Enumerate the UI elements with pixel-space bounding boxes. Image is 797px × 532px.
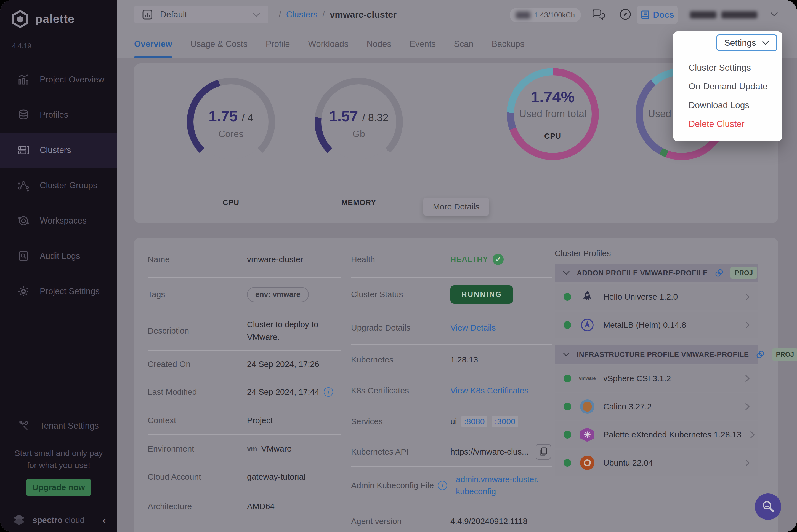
detail-row-kubernetes-api: Kubernetes API https://vmware-clus... (351, 437, 553, 467)
pxk-icon: ✳ (580, 427, 595, 442)
link-icon[interactable] (756, 350, 765, 359)
settings-menu-list: Cluster Settings On-Demand Update Downlo… (673, 58, 782, 133)
link-icon[interactable] (714, 268, 724, 278)
menu-item-on-demand-update[interactable]: On-Demand Update (673, 77, 782, 96)
user-menu-chevron-icon[interactable] (770, 12, 778, 17)
tab-profile[interactable]: Profile (266, 30, 290, 58)
chat-icon[interactable] (592, 7, 606, 21)
profile-item-calico[interactable]: Calico 3.27.2 (555, 393, 758, 420)
sidebar-item-tenant-settings[interactable]: Tenant Settings (0, 409, 117, 443)
compass-icon[interactable] (618, 7, 633, 21)
info-icon[interactable]: i (324, 387, 333, 397)
view-k8s-certificates-link[interactable]: View K8s Certificates (450, 386, 528, 395)
memory-gauge-label: MEMORY (314, 198, 403, 207)
status-dot (563, 293, 571, 301)
service-port-link[interactable]: :8080 (461, 416, 487, 427)
cpu-used: 1.75 (209, 108, 238, 124)
profile-group-name: ADDON PROFILE VMWARE-PROFILE (577, 269, 708, 277)
context-value: Project (247, 416, 273, 425)
tab-workloads[interactable]: Workloads (308, 30, 348, 58)
docs-label: Docs (653, 10, 674, 20)
metrics-divider (456, 74, 456, 176)
detail-row-cluster-status: Cluster Status RUNNING (351, 278, 553, 311)
brand-logo: palette (11, 10, 74, 28)
sidebar-item-label: Profiles (40, 110, 68, 120)
tenant-settings-icon (17, 420, 30, 432)
chevron-down-icon (762, 40, 769, 45)
upgrade-now-button[interactable]: Upgrade now (26, 479, 91, 496)
healthy-check-icon: ✓ (493, 254, 504, 265)
profile-item-metallb[interactable]: MetalLB (Helm) 0.14.8 (555, 312, 758, 338)
sidebar-item-workspaces[interactable]: Workspaces (0, 203, 117, 239)
metallb-icon (580, 317, 595, 333)
kubernetes-api-value: https://vmware-clus... (450, 447, 528, 456)
cpu-usage-caption: Used from total (519, 108, 586, 120)
detail-row-context: Context Project (148, 406, 341, 435)
sidebar-collapse-icon[interactable]: ‹ (103, 515, 106, 526)
admin-kubeconfig-link[interactable]: admin.vmware-cluster.kubeconfig (456, 473, 541, 497)
menu-item-download-logs[interactable]: Download Logs (673, 96, 782, 114)
detail-row-kubernetes: Kubernetes 1.28.13 (351, 345, 553, 376)
copy-button[interactable] (536, 444, 551, 459)
profile-item-hello-universe[interactable]: Hello Universe 1.2.0 (555, 284, 758, 310)
credits-badge: 1.43/100kCh (510, 8, 581, 22)
sidebar-item-label: Clusters (40, 145, 71, 155)
tag-chip[interactable]: env: vmware (247, 287, 309, 302)
app-window: palette 4.4.19 Project Overview Profiles… (0, 0, 797, 532)
profile-item-name: Calico 3.27.2 (603, 402, 652, 411)
last-modified-value: 24 Sep 2024, 17:44 (247, 387, 319, 397)
view-details-link[interactable]: View Details (450, 323, 496, 332)
running-status-badge: RUNNING (450, 285, 513, 304)
sidebar-item-audit-logs[interactable]: Audit Logs (0, 239, 117, 274)
tab-scan[interactable]: Scan (454, 30, 474, 58)
addon-profile-header[interactable]: ADDON PROFILE VMWARE-PROFILE PROJ (555, 264, 758, 282)
sidebar-item-project-settings[interactable]: Project Settings (0, 274, 117, 309)
profile-item-vsphere-csi[interactable]: vmware vSphere CSI 3.1.2 (555, 365, 758, 392)
settings-button[interactable]: Settings (717, 35, 777, 51)
chevron-right-icon (749, 430, 755, 439)
health-status: HEALTHY (450, 255, 488, 264)
detail-row-upgrade-details: Upgrade Details View Details (351, 311, 553, 345)
tab-backups[interactable]: Backups (491, 30, 524, 58)
cloud-account-value: gateway-tutorial (247, 472, 306, 481)
vmware-icon: vm (247, 444, 257, 453)
profile-item-name: MetalLB (Helm) 0.14.8 (603, 320, 686, 330)
sidebar-item-label: Cluster Groups (40, 180, 97, 190)
user-menu[interactable] (690, 10, 764, 20)
profile-item-name: Hello Universe 1.2.0 (603, 292, 678, 302)
tab-events[interactable]: Events (410, 30, 436, 58)
cluster-name-value: vmware-cluster (247, 255, 303, 264)
ubuntu-icon (580, 455, 595, 471)
sidebar: palette 4.4.19 Project Overview Profiles… (0, 0, 117, 532)
tab-overview[interactable]: Overview (134, 30, 172, 58)
profile-item-palette-extended-kubernetes[interactable]: ✳ Palette eXtended Kubernetes 1.28.13 (555, 421, 758, 448)
sidebar-item-project-overview[interactable]: Project Overview (0, 62, 117, 97)
detail-row-tags: Tags env: vmware (148, 278, 341, 311)
more-details-button[interactable]: More Details (423, 198, 489, 215)
chevron-right-icon (745, 402, 750, 411)
search-fab-button[interactable] (755, 493, 781, 520)
tab-nodes[interactable]: Nodes (366, 30, 391, 58)
chevron-right-icon (745, 374, 750, 383)
project-selector[interactable]: Default (134, 5, 268, 23)
status-dot (563, 403, 571, 411)
info-icon[interactable]: i (438, 481, 447, 490)
sidebar-item-clusters[interactable]: Clusters (0, 133, 117, 168)
cpu-unit: Cores (219, 129, 244, 139)
chevron-right-icon (745, 321, 750, 329)
sidebar-item-profiles[interactable]: Profiles (0, 97, 117, 133)
infrastructure-profile-header[interactable]: INFRASTRUCTURE PROFILE VMWARE-PROFILE PR… (555, 345, 758, 364)
profile-item-ubuntu[interactable]: Ubuntu 22.04 (555, 450, 758, 476)
menu-item-cluster-settings[interactable]: Cluster Settings (673, 58, 782, 77)
docs-button[interactable]: Docs (637, 5, 677, 24)
breadcrumb-clusters-link[interactable]: Clusters (286, 10, 318, 20)
detail-row-last-modified: Last Modified 24 Sep 2024, 17:44i (148, 378, 341, 406)
palette-logo-icon (11, 10, 29, 28)
service-name: ui (450, 417, 457, 426)
settings-dropdown: Settings Cluster Settings On-Demand Upda… (673, 32, 782, 141)
sidebar-item-cluster-groups[interactable]: Cluster Groups (0, 168, 117, 203)
tab-usage-costs[interactable]: Usage & Costs (191, 30, 248, 58)
menu-item-delete-cluster[interactable]: Delete Cluster (673, 114, 782, 133)
sidebar-item-label: Project Settings (40, 286, 99, 296)
service-port-link[interactable]: :3000 (492, 416, 518, 427)
